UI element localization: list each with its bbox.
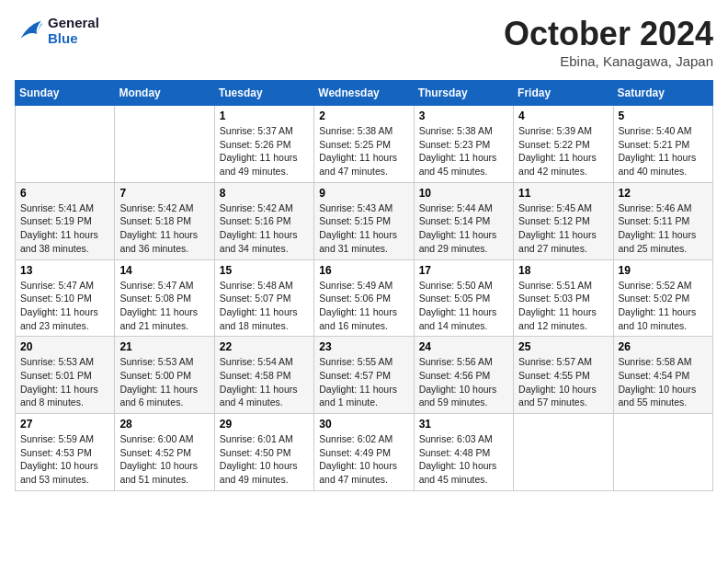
- day-info: Sunrise: 5:51 AMSunset: 5:03 PMDaylight:…: [518, 279, 608, 333]
- day-info: Sunrise: 5:55 AMSunset: 4:57 PMDaylight:…: [319, 355, 408, 409]
- day-number: 21: [119, 340, 209, 353]
- day-number: 17: [419, 264, 508, 277]
- day-number: 7: [119, 187, 209, 200]
- day-number: 22: [220, 340, 309, 353]
- day-info: Sunrise: 5:38 AMSunset: 5:23 PMDaylight:…: [419, 124, 508, 178]
- day-info: Sunrise: 6:02 AMSunset: 4:49 PMDaylight:…: [319, 432, 408, 487]
- day-number: 2: [319, 109, 408, 122]
- calendar-week-row: 1Sunrise: 5:37 AMSunset: 5:26 PMDaylight…: [16, 106, 713, 183]
- day-number: 26: [619, 340, 708, 353]
- calendar-cell: 21Sunrise: 5:53 AMSunset: 5:00 PMDayligh…: [115, 337, 214, 414]
- day-info: Sunrise: 5:45 AMSunset: 5:12 PMDaylight:…: [518, 201, 608, 256]
- calendar-cell: 28Sunrise: 6:00 AMSunset: 4:52 PMDayligh…: [115, 414, 214, 491]
- day-info: Sunrise: 5:52 AMSunset: 5:02 PMDaylight:…: [619, 279, 708, 333]
- day-info: Sunrise: 5:57 AMSunset: 4:55 PMDaylight:…: [518, 355, 608, 409]
- day-number: 4: [518, 109, 608, 122]
- calendar-cell: 10Sunrise: 5:44 AMSunset: 5:14 PMDayligh…: [414, 182, 513, 259]
- day-info: Sunrise: 5:53 AMSunset: 5:01 PMDaylight:…: [20, 355, 109, 409]
- day-info: Sunrise: 5:39 AMSunset: 5:22 PMDaylight:…: [518, 124, 608, 178]
- calendar-week-row: 20Sunrise: 5:53 AMSunset: 5:01 PMDayligh…: [16, 337, 713, 414]
- calendar-cell: 29Sunrise: 6:01 AMSunset: 4:50 PMDayligh…: [214, 414, 313, 491]
- month-title: October 2024: [504, 15, 713, 53]
- weekday-header: Saturday: [613, 81, 712, 106]
- calendar-cell: 30Sunrise: 6:02 AMSunset: 4:49 PMDayligh…: [314, 414, 414, 491]
- day-info: Sunrise: 5:41 AMSunset: 5:19 PMDaylight:…: [20, 201, 109, 256]
- day-number: 29: [220, 418, 309, 431]
- calendar-table: SundayMondayTuesdayWednesdayThursdayFrid…: [15, 80, 713, 491]
- weekday-header-row: SundayMondayTuesdayWednesdayThursdayFrid…: [16, 81, 713, 106]
- day-info: Sunrise: 5:44 AMSunset: 5:14 PMDaylight:…: [419, 201, 508, 256]
- calendar-cell: 26Sunrise: 5:58 AMSunset: 4:54 PMDayligh…: [613, 337, 712, 414]
- calendar-week-row: 6Sunrise: 5:41 AMSunset: 5:19 PMDaylight…: [16, 182, 713, 259]
- day-number: 10: [419, 187, 508, 200]
- day-info: Sunrise: 5:38 AMSunset: 5:25 PMDaylight:…: [319, 124, 408, 178]
- calendar-cell: 14Sunrise: 5:47 AMSunset: 5:08 PMDayligh…: [115, 259, 214, 337]
- calendar-week-row: 27Sunrise: 5:59 AMSunset: 4:53 PMDayligh…: [16, 414, 713, 491]
- weekday-header: Sunday: [16, 81, 115, 106]
- calendar-cell: [613, 414, 712, 491]
- weekday-header: Friday: [514, 81, 613, 106]
- calendar-cell: 16Sunrise: 5:49 AMSunset: 5:06 PMDayligh…: [314, 259, 414, 337]
- day-number: 28: [119, 418, 209, 431]
- calendar-week-row: 13Sunrise: 5:47 AMSunset: 5:10 PMDayligh…: [16, 259, 713, 337]
- day-number: 9: [319, 187, 408, 200]
- calendar-cell: 1Sunrise: 5:37 AMSunset: 5:26 PMDaylight…: [214, 106, 313, 183]
- calendar-cell: 18Sunrise: 5:51 AMSunset: 5:03 PMDayligh…: [514, 259, 613, 337]
- calendar-cell: 11Sunrise: 5:45 AMSunset: 5:12 PMDayligh…: [514, 182, 613, 259]
- day-number: 8: [220, 187, 309, 200]
- weekday-header: Wednesday: [314, 81, 414, 106]
- calendar-cell: 2Sunrise: 5:38 AMSunset: 5:25 PMDaylight…: [314, 106, 414, 183]
- day-number: 24: [419, 340, 508, 353]
- calendar-cell: 24Sunrise: 5:56 AMSunset: 4:56 PMDayligh…: [414, 337, 513, 414]
- logo-icon: [15, 17, 44, 43]
- weekday-header: Thursday: [414, 81, 513, 106]
- calendar-cell: [514, 414, 613, 491]
- calendar-cell: 6Sunrise: 5:41 AMSunset: 5:19 PMDaylight…: [16, 182, 115, 259]
- calendar-cell: 9Sunrise: 5:43 AMSunset: 5:15 PMDaylight…: [314, 182, 414, 259]
- day-info: Sunrise: 5:49 AMSunset: 5:06 PMDaylight:…: [319, 279, 408, 333]
- calendar-cell: 19Sunrise: 5:52 AMSunset: 5:02 PMDayligh…: [613, 259, 712, 337]
- calendar-cell: 4Sunrise: 5:39 AMSunset: 5:22 PMDaylight…: [514, 106, 613, 183]
- weekday-header: Tuesday: [214, 81, 313, 106]
- day-number: 12: [619, 187, 708, 200]
- calendar-cell: 8Sunrise: 5:42 AMSunset: 5:16 PMDaylight…: [214, 182, 313, 259]
- day-number: 13: [20, 264, 109, 277]
- calendar-cell: 31Sunrise: 6:03 AMSunset: 4:48 PMDayligh…: [414, 414, 513, 491]
- logo: General Blue: [15, 15, 99, 46]
- day-info: Sunrise: 5:42 AMSunset: 5:16 PMDaylight:…: [220, 201, 309, 256]
- day-info: Sunrise: 5:59 AMSunset: 4:53 PMDaylight:…: [20, 432, 109, 487]
- day-info: Sunrise: 6:01 AMSunset: 4:50 PMDaylight:…: [220, 432, 309, 487]
- day-info: Sunrise: 5:58 AMSunset: 4:54 PMDaylight:…: [619, 355, 708, 409]
- calendar-cell: 12Sunrise: 5:46 AMSunset: 5:11 PMDayligh…: [613, 182, 712, 259]
- page-header: General Blue October 2024 Ebina, Kanagaw…: [15, 15, 713, 69]
- calendar-cell: 15Sunrise: 5:48 AMSunset: 5:07 PMDayligh…: [214, 259, 313, 337]
- day-number: 19: [619, 264, 708, 277]
- calendar-cell: 25Sunrise: 5:57 AMSunset: 4:55 PMDayligh…: [514, 337, 613, 414]
- calendar-cell: 5Sunrise: 5:40 AMSunset: 5:21 PMDaylight…: [613, 106, 712, 183]
- day-info: Sunrise: 5:53 AMSunset: 5:00 PMDaylight:…: [119, 355, 209, 409]
- day-number: 27: [20, 418, 109, 431]
- calendar-cell: 17Sunrise: 5:50 AMSunset: 5:05 PMDayligh…: [414, 259, 513, 337]
- calendar-cell: 13Sunrise: 5:47 AMSunset: 5:10 PMDayligh…: [16, 259, 115, 337]
- day-number: 30: [319, 418, 408, 431]
- day-info: Sunrise: 5:56 AMSunset: 4:56 PMDaylight:…: [419, 355, 508, 409]
- day-info: Sunrise: 5:42 AMSunset: 5:18 PMDaylight:…: [119, 201, 209, 256]
- calendar-cell: 22Sunrise: 5:54 AMSunset: 4:58 PMDayligh…: [214, 337, 313, 414]
- location: Ebina, Kanagawa, Japan: [504, 53, 713, 69]
- day-number: 18: [518, 264, 608, 277]
- logo-text: General Blue: [48, 15, 99, 46]
- day-info: Sunrise: 5:47 AMSunset: 5:08 PMDaylight:…: [119, 279, 209, 333]
- day-info: Sunrise: 6:03 AMSunset: 4:48 PMDaylight:…: [419, 432, 508, 487]
- day-number: 23: [319, 340, 408, 353]
- day-number: 25: [518, 340, 608, 353]
- day-number: 20: [20, 340, 109, 353]
- calendar-cell: 3Sunrise: 5:38 AMSunset: 5:23 PMDaylight…: [414, 106, 513, 183]
- day-number: 1: [220, 109, 309, 122]
- day-number: 15: [220, 264, 309, 277]
- day-info: Sunrise: 5:48 AMSunset: 5:07 PMDaylight:…: [220, 279, 309, 333]
- day-number: 3: [419, 109, 508, 122]
- calendar-cell: 23Sunrise: 5:55 AMSunset: 4:57 PMDayligh…: [314, 337, 414, 414]
- calendar-cell: 27Sunrise: 5:59 AMSunset: 4:53 PMDayligh…: [16, 414, 115, 491]
- day-number: 5: [619, 109, 708, 122]
- day-info: Sunrise: 5:46 AMSunset: 5:11 PMDaylight:…: [619, 201, 708, 256]
